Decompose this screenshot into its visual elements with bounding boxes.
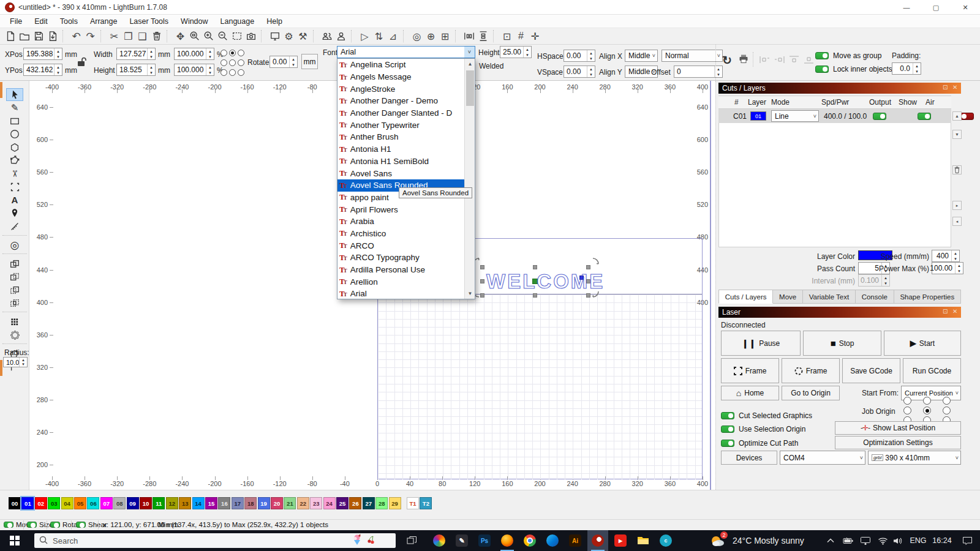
palette-swatch-20[interactable]: 20 xyxy=(271,497,283,509)
font-combobox[interactable]: Arial˅ xyxy=(337,46,475,58)
show-last-position-button[interactable]: -✛-Show Last Position xyxy=(835,421,961,435)
frame-square-button[interactable]: Frame xyxy=(721,358,779,383)
height-field[interactable]: 18.525▲▼ xyxy=(116,64,156,76)
font-option[interactable]: TTAngelina Script xyxy=(337,59,466,71)
tab-shape-properties[interactable]: Shape Properties xyxy=(894,290,961,304)
file-explorer-taskbar-icon[interactable] xyxy=(633,530,654,551)
frame-circle-button[interactable]: Frame xyxy=(782,358,840,383)
vspace-field[interactable]: 0.00▲▼ xyxy=(564,66,595,78)
close-button[interactable]: ✕ xyxy=(951,0,980,15)
maximize-button[interactable]: ▢ xyxy=(921,0,951,15)
grid-array-tool[interactable] xyxy=(6,315,23,328)
menu-window[interactable]: Window xyxy=(175,15,214,28)
circular-array-tool[interactable] xyxy=(6,329,23,342)
goto-origin-button[interactable]: Go to Origin xyxy=(782,386,840,400)
selection-handle[interactable] xyxy=(586,293,590,298)
scale-width-field[interactable]: 100.000▲▼ xyxy=(174,48,214,60)
font-option[interactable]: TTAovel Sans xyxy=(337,167,466,179)
lightburn-taskbar-icon[interactable] xyxy=(587,530,608,551)
panel-collapse-icon[interactable]: ◂ xyxy=(952,217,962,226)
selection-handle[interactable] xyxy=(480,265,484,269)
resize-selection-icon[interactable]: ⊡ xyxy=(500,29,514,43)
layer-row[interactable]: C01 01 Line˅ 400.0 / 100.0 xyxy=(718,109,951,123)
minimize-button[interactable]: — xyxy=(892,0,921,15)
rotate-handle[interactable] xyxy=(592,257,600,265)
use-selection-origin-toggle[interactable]: Use Selection Origin xyxy=(721,425,805,433)
start-button[interactable]: ▶Start xyxy=(884,331,961,356)
palette-swatch-16[interactable]: 16 xyxy=(218,497,230,509)
job-origin-top-left[interactable] xyxy=(903,397,911,405)
anchor-bottom-right[interactable] xyxy=(238,69,244,76)
frame-tool-tool[interactable] xyxy=(6,181,23,193)
font-option[interactable]: TTArabia xyxy=(337,216,466,228)
palette-swatch-12[interactable]: 12 xyxy=(166,497,178,509)
palette-swatch-19[interactable]: 19 xyxy=(258,497,270,509)
boolean-difference-tool[interactable] xyxy=(6,297,23,310)
font-option[interactable]: TTAntonia H1 xyxy=(337,143,466,156)
font-option[interactable]: TTAngels Message xyxy=(337,71,466,83)
font-option[interactable]: TTArellion xyxy=(337,276,466,288)
group-icon[interactable] xyxy=(320,29,334,43)
edge-taskbar-icon[interactable] xyxy=(542,530,563,551)
flip-vertical-icon[interactable]: ⇅ xyxy=(372,29,386,43)
machine-select[interactable]: grbl390 x 410mm˅ xyxy=(868,451,961,465)
palette-swatch-08[interactable]: 08 xyxy=(113,497,126,509)
palette-swatch-06[interactable]: 06 xyxy=(87,497,99,509)
notification-icon[interactable] xyxy=(957,530,978,551)
undo-icon[interactable]: ↶ xyxy=(69,29,83,43)
palette-swatch-23[interactable]: 23 xyxy=(310,497,322,509)
job-origin-middle-left[interactable] xyxy=(903,407,911,414)
rectangle-tool[interactable] xyxy=(6,114,23,127)
port-select[interactable]: COM4˅ xyxy=(780,451,865,465)
distribute-top-icon[interactable] xyxy=(788,55,800,66)
font-option[interactable]: TTAntonia H1 SemiBold xyxy=(337,156,466,168)
paste-icon[interactable]: ❑ xyxy=(135,29,149,43)
volume-icon[interactable] xyxy=(889,530,907,551)
position-pin-tool[interactable] xyxy=(6,207,23,220)
language-indicator[interactable]: ENG xyxy=(908,530,929,551)
redo-icon[interactable]: ↷ xyxy=(83,29,97,43)
move-as-group-toggle[interactable]: Move as group xyxy=(815,51,881,60)
palette-swatch-05[interactable]: 05 xyxy=(74,497,86,509)
menu-laser-tools[interactable]: Laser Tools xyxy=(123,15,175,28)
anchor-middle-center[interactable] xyxy=(229,59,236,66)
anchor-middle-left[interactable] xyxy=(221,59,227,66)
selection-handle[interactable] xyxy=(480,279,484,283)
anchor-middle-right[interactable] xyxy=(238,59,244,66)
tab-console[interactable]: Console xyxy=(856,290,894,304)
ungroup-icon[interactable] xyxy=(334,29,348,43)
laser-float-icon[interactable]: ⊡ xyxy=(943,308,948,315)
ypos-field[interactable]: 432.162▲▼ xyxy=(23,64,62,76)
measure-tool[interactable] xyxy=(6,220,23,233)
settings-icon[interactable]: ⚙ xyxy=(282,29,296,43)
font-option[interactable]: TTAnther Brush xyxy=(337,131,466,143)
delete-icon[interactable] xyxy=(149,29,164,43)
tab-move[interactable]: Move xyxy=(773,290,803,304)
draw-lines-tool[interactable]: ✎ xyxy=(6,102,23,114)
offset-shapes-tool[interactable]: ◎ xyxy=(6,239,23,252)
palette-swatch-09[interactable]: 09 xyxy=(127,497,139,509)
width-field[interactable]: 127.527▲▼ xyxy=(116,48,156,60)
palette-swatch-T1[interactable]: T1 xyxy=(407,497,419,509)
close-panel-icon[interactable]: ✕ xyxy=(952,84,957,91)
units-button[interactable]: mm xyxy=(301,54,318,69)
font-list-scrollbar[interactable]: ▲▼ xyxy=(464,59,475,299)
rotate-field[interactable]: 0.00▲▼ xyxy=(270,56,298,68)
job-origin-middle-center[interactable] xyxy=(923,407,931,414)
canvas-text-object[interactable]: WELCOME xyxy=(486,270,605,293)
youtube-taskbar-icon[interactable]: ▶ xyxy=(610,530,631,551)
menu-file[interactable]: File xyxy=(4,15,28,28)
palette-swatch-17[interactable]: 17 xyxy=(232,497,244,509)
font-option[interactable]: TTArial xyxy=(337,288,466,299)
float-panel-icon[interactable]: ⊡ xyxy=(943,84,948,91)
welded-label[interactable]: Welded xyxy=(479,62,503,70)
cast-icon[interactable] xyxy=(858,530,873,551)
lock-aspect-icon[interactable] xyxy=(77,56,86,69)
tab-cuts-layers[interactable]: Cuts / Layers xyxy=(718,290,773,304)
distribute-right-icon[interactable] xyxy=(774,55,785,66)
new-file-icon[interactable] xyxy=(3,29,17,43)
palette-swatch-03[interactable]: 03 xyxy=(48,497,60,509)
selection-handle[interactable] xyxy=(533,265,537,269)
column-header[interactable]: Show xyxy=(899,98,917,107)
cut-icon[interactable]: ✂ xyxy=(107,29,121,43)
